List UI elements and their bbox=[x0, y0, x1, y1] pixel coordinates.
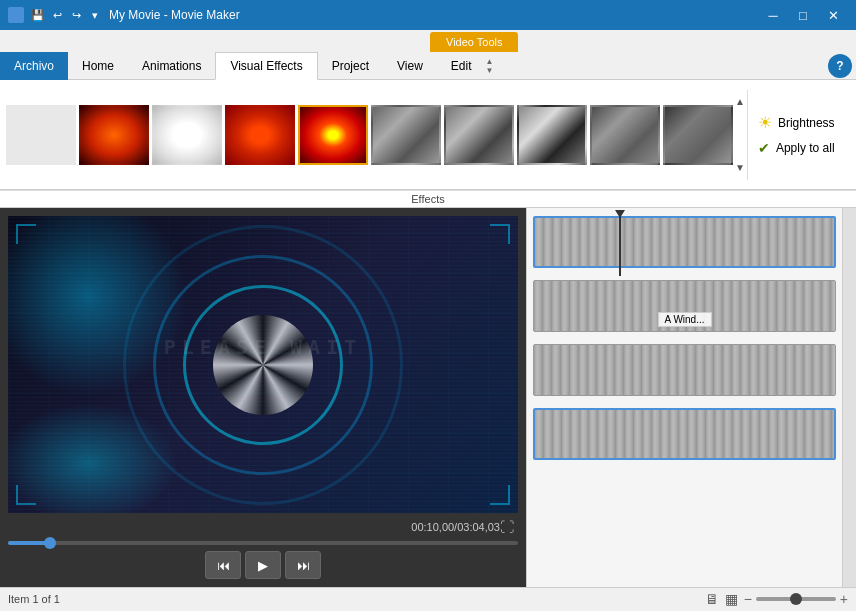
contextual-tab-bar: Video Tools bbox=[0, 30, 856, 52]
track-3 bbox=[533, 344, 836, 396]
track-2: A Wind... bbox=[533, 280, 836, 332]
apply-to-label: Apply to all bbox=[776, 141, 835, 155]
timeline-pane: A Wind... bbox=[526, 208, 856, 587]
track-1 bbox=[533, 216, 836, 268]
timeline-tracks: A Wind... bbox=[527, 208, 856, 587]
effect-none[interactable] bbox=[6, 105, 76, 165]
track-clip-3[interactable] bbox=[533, 344, 836, 396]
status-right: 🖥 ▦ − + bbox=[705, 591, 848, 607]
ribbon-tabs: Archivo Home Animations Visual Effects P… bbox=[0, 52, 856, 80]
tab-edit[interactable]: Edit bbox=[437, 52, 486, 80]
effects-section-label: Effects bbox=[0, 190, 856, 207]
time-display: 00:10,00/03:04,03 bbox=[411, 521, 500, 533]
zoom-slider[interactable] bbox=[756, 597, 836, 601]
tab-scroll-arrows[interactable]: ▲▼ bbox=[486, 57, 494, 75]
main-area: PLEASE WAIT 00:10,00/03:04,03 ⛶ ⏮ ▶ ⏭ bbox=[0, 208, 856, 587]
tab-home[interactable]: Home bbox=[68, 52, 128, 80]
forward-button[interactable]: ⏭ bbox=[285, 551, 321, 579]
play-button[interactable]: ▶ bbox=[245, 551, 281, 579]
monitor-icon[interactable]: 🖥 bbox=[705, 591, 719, 607]
progress-bar[interactable] bbox=[8, 541, 518, 545]
ribbon-panel: ▲ ▼ ☀ Brightness ✔ Apply to all Effects bbox=[0, 80, 856, 208]
tab-project[interactable]: Project bbox=[318, 52, 383, 80]
dropdown-arrow-icon[interactable]: ▾ bbox=[87, 7, 103, 23]
track-clip-2[interactable]: A Wind... bbox=[533, 280, 836, 332]
app-icon bbox=[8, 7, 24, 23]
video-frame: PLEASE WAIT bbox=[8, 216, 518, 513]
track-4 bbox=[533, 408, 836, 460]
zoom-thumb[interactable] bbox=[790, 593, 802, 605]
effect-orange[interactable] bbox=[79, 105, 149, 165]
title-bar-left: 💾 ↩ ↪ ▾ My Movie - Movie Maker bbox=[8, 7, 240, 23]
grid-icon[interactable]: ▦ bbox=[725, 591, 738, 607]
scroll-up-button[interactable]: ▲ bbox=[735, 95, 745, 109]
preview-controls: 00:10,00/03:04,03 ⛶ bbox=[8, 519, 518, 535]
video-tools-tab[interactable]: Video Tools bbox=[430, 32, 518, 52]
effect-gray3[interactable] bbox=[517, 105, 587, 165]
effect-gray4[interactable] bbox=[590, 105, 660, 165]
effect-yellowflower[interactable] bbox=[298, 105, 368, 165]
zoom-in-icon[interactable]: + bbox=[840, 591, 848, 607]
help-button[interactable]: ? bbox=[828, 54, 852, 78]
minimize-button[interactable]: ─ bbox=[758, 0, 788, 30]
zoom-control: − + bbox=[744, 591, 848, 607]
apply-to-all-button[interactable]: ✔ Apply to all bbox=[754, 138, 856, 158]
effect-white[interactable] bbox=[152, 105, 222, 165]
maximize-button[interactable]: □ bbox=[788, 0, 818, 30]
zoom-out-icon[interactable]: − bbox=[744, 591, 752, 607]
playback-controls: ⏮ ▶ ⏭ bbox=[8, 551, 518, 579]
progress-thumb[interactable] bbox=[44, 537, 56, 549]
fullscreen-button[interactable]: ⛶ bbox=[500, 519, 514, 535]
window-title: My Movie - Movie Maker bbox=[109, 8, 240, 22]
progress-fill bbox=[8, 541, 49, 545]
redo-icon[interactable]: ↪ bbox=[68, 7, 84, 23]
track-clip-label: A Wind... bbox=[657, 312, 711, 327]
tab-visual-effects[interactable]: Visual Effects bbox=[215, 52, 317, 80]
effect-gray5[interactable] bbox=[663, 105, 733, 165]
undo-icon[interactable]: ↩ bbox=[49, 7, 65, 23]
quick-access-toolbar: 💾 ↩ ↪ ▾ bbox=[30, 7, 103, 23]
rewind-button[interactable]: ⏮ bbox=[205, 551, 241, 579]
save-icon[interactable]: 💾 bbox=[30, 7, 46, 23]
brightness-label: Brightness bbox=[778, 116, 835, 130]
effects-grid bbox=[6, 105, 733, 165]
track-clip-4[interactable] bbox=[533, 408, 836, 460]
brightness-button[interactable]: ☀ Brightness bbox=[754, 111, 856, 134]
title-bar: 💾 ↩ ↪ ▾ My Movie - Movie Maker ─ □ ✕ bbox=[0, 0, 856, 30]
playhead-line bbox=[619, 216, 621, 276]
effect-gray1[interactable] bbox=[371, 105, 441, 165]
brightness-icon: ☀ bbox=[758, 113, 772, 132]
preview-video: PLEASE WAIT bbox=[8, 216, 518, 513]
apply-check-icon: ✔ bbox=[758, 140, 770, 156]
scroll-down-button[interactable]: ▼ bbox=[735, 161, 745, 175]
tab-view[interactable]: View bbox=[383, 52, 437, 80]
effect-redflower[interactable] bbox=[225, 105, 295, 165]
effects-ribbon: ▲ ▼ ☀ Brightness ✔ Apply to all bbox=[0, 80, 856, 190]
track-clip-1[interactable] bbox=[533, 216, 836, 268]
tab-animations[interactable]: Animations bbox=[128, 52, 215, 80]
status-text: Item 1 of 1 bbox=[8, 593, 60, 605]
tab-archivo[interactable]: Archivo bbox=[0, 52, 68, 80]
close-button[interactable]: ✕ bbox=[818, 0, 848, 30]
effect-gray2[interactable] bbox=[444, 105, 514, 165]
status-bar: Item 1 of 1 🖥 ▦ − + bbox=[0, 587, 856, 609]
effects-scrollbar[interactable]: ▲ ▼ bbox=[735, 95, 745, 175]
window-controls: ─ □ ✕ bbox=[758, 0, 848, 30]
ribbon-right-panel: ☀ Brightness ✔ Apply to all bbox=[747, 90, 856, 180]
preview-pane: PLEASE WAIT 00:10,00/03:04,03 ⛶ ⏮ ▶ ⏭ bbox=[0, 208, 526, 587]
timeline-scrollbar[interactable] bbox=[842, 208, 856, 587]
